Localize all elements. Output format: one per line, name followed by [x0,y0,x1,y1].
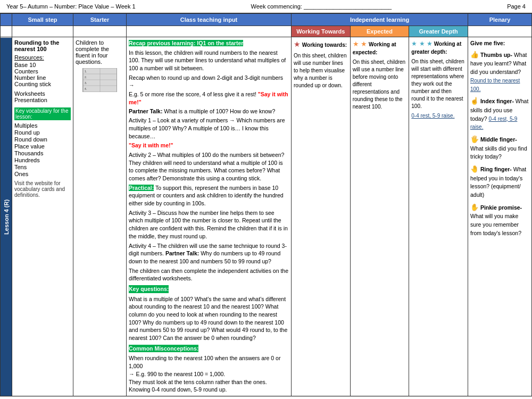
top-header: Year 5– Autumn – Number: Place Value – W… [0,0,532,13]
vocab-tens: Tens [14,164,71,170]
exp-stars: ★ ★ Working at expected: [353,39,407,56]
sub-small-step [12,26,73,37]
page-number: Page 4 [507,3,526,10]
week-commencing: Week commencing: _______________________… [251,3,392,10]
independent-text: The children can then complete the indep… [129,267,289,282]
wt-star: ★ Working towards: [294,39,348,50]
col-header-plenary: Plenary [468,14,532,26]
sub-header-row: Working Towards Expected Greater Depth [1,26,532,37]
thumb-icon: 👍 [470,51,479,59]
plenary-cell: Give me five: 👍 Thumbs up- What have you… [468,37,532,396]
plenary-middle: 🖐 Middle finger- What skills did you fin… [470,134,529,161]
gd-link: 0-4 rest, 5-9 raise. [411,112,466,120]
thumb-label: Thumbs up- [480,52,512,58]
greater-depth-cell: ★ ★ ★ Working at greater depth: On this … [409,37,468,396]
example-text: E.g. 5 or more rise the score, 4 of less… [129,90,289,106]
main-table: Small step Starter Class teaching input … [0,13,532,396]
vocab-highlight: Key vocabulary for the lesson: [14,107,71,120]
exp-text: On this sheet, children will use a numbe… [353,59,407,111]
resources-label: Resources: [14,54,71,61]
resource-base10: Base 10 [14,62,71,68]
key-questions-text: What is a multiple of 100? What's the sa… [129,295,289,342]
middle-text: What skills did you find tricky today? [470,145,527,160]
common-misconceptions-label: Common Misconceptions: [129,345,198,353]
intro-text: In this lesson, the children will round … [129,49,289,72]
vocab-round-down: Round down [14,136,71,143]
svg-rect-0 [83,68,117,92]
svg-text:4.: 4. [85,87,87,90]
sub-lesson [1,26,12,37]
class-teaching-cell: Recap previous learning: IQ1 on the star… [127,37,292,396]
vocab-thousands: Thousands [14,150,71,156]
ring-icon: 🤚 [470,165,479,173]
col-header-class-teaching: Class teaching input [127,14,292,26]
partner-talk-1: Partner Talk: What is a multiple of 100?… [129,107,289,115]
svg-text:3.: 3. [85,81,87,85]
common-misconceptions-text: When rounding to the nearest 100 when th… [129,354,289,393]
resource-presentation: Presentation [14,97,71,103]
plenary-index: ☝ Index finger- What skills did you use … [470,96,529,131]
lesson-label: Lesson 4 (R) [1,37,12,396]
intro-highlight: Recap previous learning: IQ1 on the star… [129,40,243,46]
pinkie-label: Pinkie promise- [480,204,522,211]
thumb-link: Round to the nearest 100. [470,78,520,92]
wt-text: On this sheet, children will use number … [294,52,348,89]
wt-title: Working towards: [302,42,347,48]
middle-label: Middle finger- [480,136,517,143]
col-header-independent: Independent learning [292,14,468,26]
sub-class [127,26,292,37]
col-header-starter: Starter [73,14,127,26]
sub-greater-depth: Greater Depth [409,26,468,37]
pinkie-text: What will you make sure you remember fro… [470,213,521,236]
col-header-small-step: Small step [12,14,73,26]
col-header-lesson [1,14,12,26]
gd-stars: ★ ★ ★ Working at greater depth: [411,39,466,56]
key-questions-label: Key questions: [129,285,169,293]
plenary-title: Give me five: [470,39,529,48]
index-icon: ☝ [470,97,479,105]
vocab-multiples: Multiples [14,122,71,129]
sub-starter [73,26,127,37]
starter-image: 1. 2. 3. 4. [82,68,117,92]
resource-counting: Counting stick [14,81,71,87]
recap-text: Recap when to round up and down 2-digit … [129,74,289,89]
small-step-title: Rounding to the nearest 100 [14,39,71,52]
vocab-place-value: Place value [14,143,71,149]
header-row: Small step Starter Class teaching input … [1,14,532,26]
ring-label: Ring finger- [480,166,512,172]
practical-section: Practical: To support this, represent th… [129,184,289,207]
activity4: Activity 4 – The children will use the s… [129,242,289,265]
say-it-1: "Say it with me!" [129,91,288,105]
vocab-hundreds: Hundreds [14,157,71,163]
index-label: Index finger- [480,98,514,104]
vocab-list: Multiples Round up Round down Place valu… [14,122,71,177]
practical-label: Practical: [129,185,154,191]
footer: www.masterthecurriculum.co.uk MTC Master… [0,396,532,399]
middle-icon: 🖐 [470,135,479,143]
sub-plenary [468,26,532,37]
say-it-2: "Say it with me!" [129,142,289,149]
header-title: Year 5– Autumn – Number: Place Value – W… [6,3,136,10]
plenary-ring: 🤚 Ring finger- What helped you in today'… [470,164,529,200]
activity3: Activity 3 – Discuss how the number line… [129,209,289,240]
working-towards-cell: ★ Working towards: On this sheet, childr… [292,37,351,396]
starter-cell: Children to complete the fluent in four … [73,37,127,396]
svg-text:1.: 1. [85,70,87,73]
pinkie-icon: ✋ [470,203,479,211]
vocab-round-up: Round up [14,129,71,136]
gd-text: On this sheet, children will start with … [411,58,466,110]
starter-image-svg: 1. 2. 3. 4. [83,68,117,92]
small-step-cell: Rounding to the nearest 100 Resources: B… [12,37,73,396]
page-wrapper: Year 5– Autumn – Number: Place Value – W… [0,0,532,399]
resource-counters: Counters [14,68,71,74]
resource-worksheets: Worksheets [14,90,71,97]
activity1: Activity 1 – Look at a variety of number… [129,117,289,140]
plenary-pinkie: ✋ Pinkie promise- What will you make sur… [470,202,529,238]
starter-text: Children to complete the fluent in four … [76,39,124,65]
sub-working-towards: Working Towards [292,26,351,37]
activity2: Activity 2 – What multiples of 100 do th… [129,151,289,182]
resource-numberline: Number line [14,74,71,81]
vocab-ones: Ones [14,171,71,177]
plenary-thumb: 👍 Thumbs up- What have you learnt? What … [470,49,529,94]
content-row: Lesson 4 (R) Rounding to the nearest 100… [1,37,532,396]
